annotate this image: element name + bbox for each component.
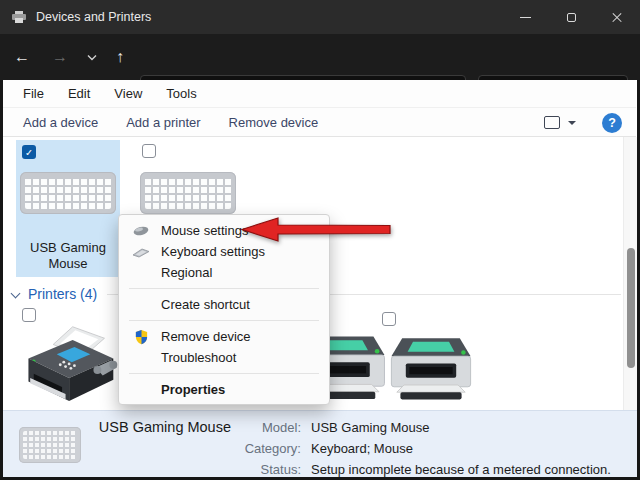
close-button[interactable]	[594, 0, 640, 34]
add-a-printer-button[interactable]: Add a printer	[126, 115, 200, 130]
back-button[interactable]: ←	[8, 43, 36, 71]
command-bar: Add a device Add a printer Remove device…	[3, 108, 636, 137]
view-options-icon[interactable]	[544, 116, 560, 129]
details-model-value: USB Gaming Mouse	[311, 417, 611, 438]
context-menu-item-keyboard-settings[interactable]: Keyboard settings	[119, 241, 329, 262]
menu-tools[interactable]: Tools	[156, 83, 206, 104]
close-icon	[611, 11, 623, 23]
app-printer-icon	[11, 10, 27, 24]
recent-locations-button[interactable]	[82, 43, 102, 71]
check-icon: ✓	[25, 147, 33, 158]
printer-tile-fax[interactable]	[16, 303, 120, 410]
remove-device-button[interactable]: Remove device	[229, 115, 319, 130]
collapse-chevron-icon[interactable]	[11, 289, 21, 299]
minimize-button[interactable]	[502, 0, 548, 34]
fax-machine-icon	[20, 325, 120, 409]
details-category-value: Keyboard; Mouse	[311, 438, 611, 459]
keyboard-device-icon	[20, 172, 116, 214]
context-menu-item-create-shortcut[interactable]: Create shortcut	[119, 294, 329, 315]
titlebar: Devices and Printers	[0, 0, 640, 34]
printers-group-label: Printers (4)	[28, 286, 97, 302]
printer-checkbox-unchecked[interactable]	[22, 308, 36, 322]
menu-separator	[129, 288, 319, 289]
window-border-left	[0, 80, 3, 480]
chevron-down-icon	[87, 54, 97, 61]
back-icon: ←	[14, 48, 30, 66]
printer-icon	[386, 331, 476, 403]
maximize-icon	[567, 13, 576, 22]
printer-checkbox-unchecked[interactable]	[382, 312, 396, 326]
details-device-name: USB Gaming Mouse	[93, 417, 231, 438]
navigation-bar: ← → ↑ « All C... › Devices and Print...	[0, 34, 640, 80]
context-menu-item-properties[interactable]: Properties	[119, 379, 329, 400]
device-checkbox-checked[interactable]: ✓	[22, 145, 36, 159]
up-button[interactable]: ↑	[106, 43, 134, 71]
help-button[interactable]: ?	[602, 113, 622, 133]
vertical-scrollbar[interactable]	[623, 137, 637, 410]
keyboard-icon	[131, 244, 151, 260]
selected-device-keyboard-icon	[19, 427, 81, 463]
menu-separator	[129, 320, 319, 321]
devices-and-printers-window: Devices and Printers ← → ↑ « All C... › …	[0, 0, 640, 480]
help-icon: ?	[608, 116, 616, 130]
details-category-label: Category:	[241, 438, 301, 459]
details-panel: USB Gaming Mouse Model: USB Gaming Mouse…	[3, 410, 637, 477]
window-title: Devices and Printers	[36, 10, 151, 24]
details-model-label: Model:	[241, 417, 301, 438]
annotation-arrow-icon	[240, 216, 392, 243]
add-a-device-button[interactable]: Add a device	[23, 115, 98, 130]
maximize-button[interactable]	[548, 0, 594, 34]
scrollbar-thumb[interactable]	[627, 248, 635, 368]
mouse-icon	[131, 223, 151, 239]
device-label: USB Gaming Mouse	[16, 240, 120, 272]
view-options-dropdown-icon[interactable]	[568, 121, 576, 125]
device-checkbox-unchecked[interactable]	[142, 144, 156, 158]
minimize-icon	[520, 17, 531, 18]
uac-shield-icon	[131, 329, 151, 345]
up-icon: ↑	[116, 48, 124, 66]
forward-icon: →	[52, 48, 68, 66]
keyboard-device-icon	[140, 172, 236, 214]
menu-view[interactable]: View	[104, 83, 152, 104]
device-tile-usb-gaming-mouse[interactable]: ✓ USB Gaming Mouse	[16, 140, 120, 277]
menu-bar: File Edit View Tools	[3, 80, 636, 108]
context-menu-item-troubleshoot[interactable]: Troubleshoot	[119, 347, 329, 368]
menu-separator	[129, 373, 319, 374]
context-menu-item-regional[interactable]: Regional	[119, 262, 329, 283]
printer-tile[interactable]	[376, 307, 480, 410]
context-menu-item-remove-device[interactable]: Remove device	[119, 326, 329, 347]
forward-button[interactable]: →	[46, 43, 74, 71]
menu-file[interactable]: File	[13, 83, 54, 104]
menu-edit[interactable]: Edit	[58, 83, 100, 104]
